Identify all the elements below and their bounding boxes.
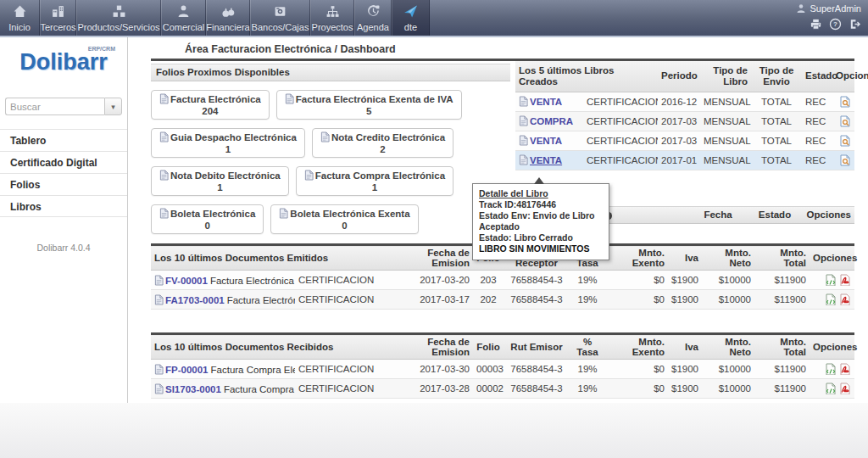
projects-icon — [326, 4, 340, 19]
logged-user[interactable]: SuperAdmin — [796, 3, 861, 14]
col-folio: Folio — [473, 334, 504, 360]
tab-proyectos[interactable]: Proyectos — [310, 0, 354, 36]
folio-button-factura-compra[interactable]: Factura Compra Electrónica 1 — [296, 166, 453, 196]
tab-inicio[interactable]: Inicio — [0, 0, 40, 36]
folio-button-guia-despacho[interactable]: Guia Despacho Electrónica 1 — [151, 128, 305, 158]
document-icon — [159, 93, 169, 104]
tooltip-arrow-icon — [534, 177, 544, 184]
tooltip-estado-env: Estado Env: Envio de Libro Aceptado — [479, 210, 603, 232]
folio-button-factura-electronica[interactable]: Factura Electrónica 204 — [151, 90, 270, 120]
tab-agenda[interactable]: Agenda — [354, 0, 392, 36]
pdf-file-icon[interactable] — [839, 363, 851, 375]
dolibarr-logo: Dolibarr ERP/CRM — [0, 49, 127, 75]
book-link[interactable]: VENTA — [530, 136, 562, 146]
document-rut: 76588454-3 — [504, 290, 570, 310]
recibidos-title: Los 10 últimos Documentos Recibidos — [151, 334, 392, 360]
document-icon — [279, 208, 288, 219]
user-icon — [796, 3, 806, 14]
document-tasa: 19% — [570, 290, 605, 310]
folio-count: 1 — [159, 143, 297, 155]
folio-button-nota-debito[interactable]: Nota Debito Electrónica 1 — [151, 166, 289, 196]
view-document-icon[interactable] — [839, 96, 851, 108]
view-document-icon[interactable] — [839, 135, 851, 147]
table-row: FA1703-0001Factura Electrónica CERTIFICA… — [151, 290, 854, 310]
print-icon[interactable] — [810, 18, 822, 31]
pdf-file-icon[interactable] — [839, 293, 851, 305]
book-tipo-envio: TOTAL — [751, 111, 802, 131]
folio-button-label: Factura Electrónica — [170, 94, 261, 104]
xml-file-icon[interactable] — [825, 363, 837, 375]
logout-icon[interactable] — [849, 18, 861, 31]
table-row: COMPRA CERTIFICACION 2017-03 MENSUAL TOT… — [515, 111, 854, 131]
document-neto: $10000 — [702, 271, 754, 290]
document-ref-link[interactable]: FV-00001 — [165, 276, 208, 286]
document-icon — [159, 170, 169, 181]
sidebar: Dolibarr ERP/CRM ▾ Tablero Certificado D… — [0, 37, 128, 403]
folio-button-label: Guia Despacho Electrónica — [170, 132, 297, 142]
tab-terceros[interactable]: Terceros — [40, 0, 76, 36]
book-link-hovered[interactable]: VENTA — [530, 155, 562, 165]
folios-panel: Folios Proximos Disponibles Factura Elec… — [151, 64, 510, 245]
search-input[interactable] — [5, 98, 104, 115]
folio-button-factura-exenta[interactable]: Factura Electrónica Exenta de IVA 5 — [276, 90, 462, 120]
top-navigation-bar: Inicio Terceros Productos/Servicios Come… — [0, 0, 868, 37]
tab-label: Financiera — [206, 22, 249, 32]
tab-label: Proyectos — [312, 22, 353, 32]
document-neto: $10000 — [702, 290, 754, 310]
tab-label: Agenda — [357, 22, 389, 32]
help-icon[interactable] — [829, 18, 842, 31]
folio-count: 0 — [159, 220, 255, 232]
pdf-file-icon[interactable] — [839, 274, 851, 286]
home-icon — [13, 4, 27, 19]
commercial-icon — [176, 4, 191, 19]
folio-button-boleta-exenta[interactable]: Boleta Electrónica Exenta 0 — [270, 204, 418, 234]
tab-financiera[interactable]: Financiera — [206, 0, 250, 36]
view-document-icon[interactable] — [839, 115, 851, 127]
invoice-icon — [154, 294, 164, 305]
document-tasa: 19% — [570, 271, 605, 290]
book-tipo-envio: TOTAL — [751, 150, 802, 170]
xml-file-icon[interactable] — [825, 274, 837, 286]
document-folio: 203 — [473, 271, 504, 290]
document-ref-link[interactable]: SI1703-0001 — [165, 384, 221, 394]
document-entorno: CERTIFICACION — [295, 271, 392, 290]
xml-file-icon[interactable] — [825, 293, 837, 305]
invoice-icon — [154, 383, 164, 394]
tab-dte[interactable]: dte — [392, 0, 430, 36]
book-entorno: CERTIFICACION — [583, 92, 658, 111]
books-title: Los 5 últimos Libros Creados — [515, 61, 658, 92]
pdf-file-icon[interactable] — [839, 383, 851, 394]
folio-button-boleta[interactable]: Boleta Electrónica 0 — [151, 204, 264, 234]
tab-productos-servicios[interactable]: Productos/Servicios — [76, 0, 161, 36]
book-tipo-libro: MENSUAL — [700, 150, 751, 170]
sidebar-item-libros[interactable]: Libros — [0, 195, 127, 217]
document-icon — [320, 131, 330, 142]
xml-file-icon[interactable] — [825, 383, 837, 394]
tab-comercial[interactable]: Comercial — [161, 0, 206, 36]
document-ref-link[interactable]: FP-00001 — [165, 365, 209, 375]
tab-label: Terceros — [40, 22, 75, 32]
sidebar-item-folios[interactable]: Folios — [0, 173, 127, 195]
tab-bancos-cajas[interactable]: Bancos/Cajas — [250, 0, 310, 36]
document-entorno: CERTIFICACION — [295, 379, 392, 399]
received-documents-table: Los 10 últimos Documentos Recibidos Fech… — [151, 332, 854, 399]
document-fecha: 2017-03-28 — [392, 379, 473, 399]
book-link[interactable]: COMPRA — [530, 116, 573, 126]
folio-button-label: Nota Debito Electrónica — [170, 170, 281, 181]
sidebar-item-certificado-digital[interactable]: Certificado Digital — [0, 151, 127, 173]
search-dropdown-button[interactable]: ▾ — [104, 98, 122, 115]
paper-plane-icon — [403, 4, 418, 19]
document-ref-link[interactable]: FA1703-0001 — [165, 295, 225, 305]
folio-button-nota-credito[interactable]: Nota Credito Electrónica 2 — [312, 128, 453, 158]
document-rut: 76588454-3 — [504, 379, 570, 399]
tooltip-estado: Estado: Libro Cerrado — [479, 232, 603, 243]
sidebar-item-tablero[interactable]: Tablero — [0, 129, 127, 151]
document-iva: $1900 — [668, 271, 702, 290]
folios-buttons: Factura Electrónica 204 Factura Electrón… — [151, 90, 510, 234]
username: SuperAdmin — [810, 3, 861, 14]
document-iva: $1900 — [668, 290, 702, 310]
finance-icon — [221, 4, 236, 19]
tooltip-track-id: Track ID:48176446 — [479, 199, 603, 210]
book-link[interactable]: VENTA — [530, 97, 562, 107]
view-document-icon[interactable] — [839, 154, 851, 166]
